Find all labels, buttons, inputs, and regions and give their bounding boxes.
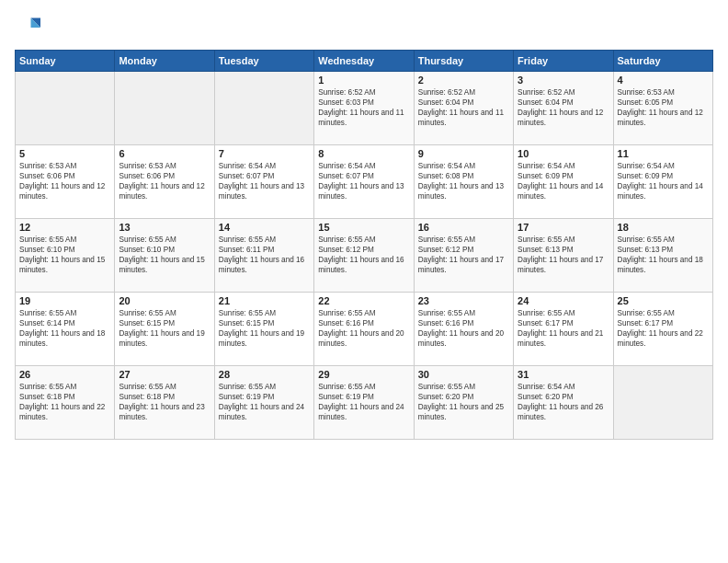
weekday-header: Wednesday: [314, 51, 414, 72]
calendar-cell: 27 Sunrise: 6:55 AMSunset: 6:18 PMDaylig…: [115, 366, 214, 440]
calendar-cell: 17 Sunrise: 6:55 AMSunset: 6:13 PMDaylig…: [514, 219, 613, 293]
logo-icon: [15, 15, 40, 40]
calendar-week-row: 1 Sunrise: 6:52 AMSunset: 6:03 PMDayligh…: [16, 72, 713, 145]
calendar-cell: 2 Sunrise: 6:52 AMSunset: 6:04 PMDayligh…: [414, 72, 513, 145]
calendar-week-row: 26 Sunrise: 6:55 AMSunset: 6:18 PMDaylig…: [16, 366, 713, 440]
calendar-cell: [613, 366, 712, 440]
calendar-cell: 15 Sunrise: 6:55 AMSunset: 6:12 PMDaylig…: [314, 219, 414, 293]
day-number: 13: [119, 222, 210, 233]
day-number: 1: [318, 75, 409, 86]
day-number: 16: [418, 222, 509, 233]
calendar-cell: 18 Sunrise: 6:55 AMSunset: 6:13 PMDaylig…: [613, 219, 712, 293]
page: SundayMondayTuesdayWednesdayThursdayFrid…: [0, 0, 728, 563]
calendar-cell: 24 Sunrise: 6:55 AMSunset: 6:17 PMDaylig…: [514, 293, 613, 366]
calendar-cell: 29 Sunrise: 6:55 AMSunset: 6:19 PMDaylig…: [314, 366, 414, 440]
calendar-cell: 19 Sunrise: 6:55 AMSunset: 6:14 PMDaylig…: [16, 293, 115, 366]
cell-text: Sunrise: 6:55 AMSunset: 6:19 PMDaylight:…: [219, 383, 304, 421]
day-number: 20: [119, 295, 210, 306]
day-number: 22: [318, 295, 409, 306]
day-number: 4: [618, 75, 709, 86]
weekday-header: Saturday: [613, 51, 712, 72]
cell-text: Sunrise: 6:55 AMSunset: 6:15 PMDaylight:…: [119, 309, 204, 348]
cell-text: Sunrise: 6:55 AMSunset: 6:12 PMDaylight:…: [318, 236, 404, 274]
cell-text: Sunrise: 6:55 AMSunset: 6:10 PMDaylight:…: [119, 236, 204, 274]
calendar-cell: 8 Sunrise: 6:54 AMSunset: 6:07 PMDayligh…: [314, 145, 414, 219]
calendar-cell: 14 Sunrise: 6:55 AMSunset: 6:11 PMDaylig…: [214, 219, 313, 293]
day-number: 18: [618, 222, 709, 233]
day-number: 19: [19, 295, 110, 306]
cell-text: Sunrise: 6:53 AMSunset: 6:05 PMDaylight:…: [618, 88, 703, 127]
calendar-table: SundayMondayTuesdayWednesdayThursdayFrid…: [15, 50, 713, 440]
calendar-cell: [214, 72, 313, 145]
weekday-header: Monday: [115, 51, 214, 72]
day-number: 11: [618, 148, 709, 159]
calendar-cell: 3 Sunrise: 6:52 AMSunset: 6:04 PMDayligh…: [514, 72, 613, 145]
calendar-body: 1 Sunrise: 6:52 AMSunset: 6:03 PMDayligh…: [16, 72, 713, 440]
day-number: 30: [418, 369, 509, 380]
day-number: 31: [518, 369, 609, 380]
cell-text: Sunrise: 6:55 AMSunset: 6:16 PMDaylight:…: [318, 309, 404, 348]
calendar-cell: 30 Sunrise: 6:55 AMSunset: 6:20 PMDaylig…: [414, 366, 513, 440]
calendar-cell: 22 Sunrise: 6:55 AMSunset: 6:16 PMDaylig…: [314, 293, 414, 366]
cell-text: Sunrise: 6:55 AMSunset: 6:15 PMDaylight:…: [219, 309, 304, 348]
calendar-cell: 26 Sunrise: 6:55 AMSunset: 6:18 PMDaylig…: [16, 366, 115, 440]
calendar-cell: 31 Sunrise: 6:54 AMSunset: 6:20 PMDaylig…: [514, 366, 613, 440]
cell-text: Sunrise: 6:55 AMSunset: 6:13 PMDaylight:…: [618, 236, 703, 274]
day-number: 6: [119, 148, 210, 159]
weekday-header: Friday: [514, 51, 613, 72]
calendar-header: SundayMondayTuesdayWednesdayThursdayFrid…: [16, 51, 713, 72]
calendar-cell: 13 Sunrise: 6:55 AMSunset: 6:10 PMDaylig…: [115, 219, 214, 293]
calendar-cell: 11 Sunrise: 6:54 AMSunset: 6:09 PMDaylig…: [613, 145, 712, 219]
cell-text: Sunrise: 6:55 AMSunset: 6:16 PMDaylight:…: [418, 309, 504, 348]
day-number: 14: [219, 222, 310, 233]
calendar-cell: 10 Sunrise: 6:54 AMSunset: 6:09 PMDaylig…: [514, 145, 613, 219]
calendar-cell: 7 Sunrise: 6:54 AMSunset: 6:07 PMDayligh…: [214, 145, 313, 219]
calendar-cell: 5 Sunrise: 6:53 AMSunset: 6:06 PMDayligh…: [16, 145, 115, 219]
cell-text: Sunrise: 6:53 AMSunset: 6:06 PMDaylight:…: [19, 162, 105, 201]
day-number: 8: [318, 148, 409, 159]
day-number: 24: [518, 295, 609, 306]
day-number: 25: [618, 295, 709, 306]
day-number: 27: [119, 369, 210, 380]
calendar-cell: 9 Sunrise: 6:54 AMSunset: 6:08 PMDayligh…: [414, 145, 513, 219]
day-number: 29: [318, 369, 409, 380]
calendar-cell: 20 Sunrise: 6:55 AMSunset: 6:15 PMDaylig…: [115, 293, 214, 366]
cell-text: Sunrise: 6:52 AMSunset: 6:04 PMDaylight:…: [518, 88, 603, 127]
weekday-row: SundayMondayTuesdayWednesdayThursdayFrid…: [16, 51, 713, 72]
cell-text: Sunrise: 6:54 AMSunset: 6:09 PMDaylight:…: [518, 162, 603, 201]
cell-text: Sunrise: 6:55 AMSunset: 6:14 PMDaylight:…: [19, 309, 105, 348]
calendar-cell: [115, 72, 214, 145]
cell-text: Sunrise: 6:53 AMSunset: 6:06 PMDaylight:…: [119, 162, 204, 201]
calendar-cell: 25 Sunrise: 6:55 AMSunset: 6:17 PMDaylig…: [613, 293, 712, 366]
calendar-week-row: 19 Sunrise: 6:55 AMSunset: 6:14 PMDaylig…: [16, 293, 713, 366]
calendar-cell: 4 Sunrise: 6:53 AMSunset: 6:05 PMDayligh…: [613, 72, 712, 145]
calendar-cell: [16, 72, 115, 145]
cell-text: Sunrise: 6:54 AMSunset: 6:20 PMDaylight:…: [518, 383, 603, 421]
cell-text: Sunrise: 6:55 AMSunset: 6:19 PMDaylight:…: [318, 383, 404, 421]
calendar-week-row: 5 Sunrise: 6:53 AMSunset: 6:06 PMDayligh…: [16, 145, 713, 219]
cell-text: Sunrise: 6:55 AMSunset: 6:12 PMDaylight:…: [418, 236, 504, 274]
cell-text: Sunrise: 6:52 AMSunset: 6:04 PMDaylight:…: [418, 88, 504, 127]
day-number: 2: [418, 75, 509, 86]
header: [15, 15, 713, 40]
day-number: 3: [518, 75, 609, 86]
day-number: 15: [318, 222, 409, 233]
cell-text: Sunrise: 6:54 AMSunset: 6:08 PMDaylight:…: [418, 162, 504, 201]
weekday-header: Sunday: [16, 51, 115, 72]
calendar-cell: 6 Sunrise: 6:53 AMSunset: 6:06 PMDayligh…: [115, 145, 214, 219]
day-number: 28: [219, 369, 310, 380]
day-number: 21: [219, 295, 310, 306]
day-number: 12: [19, 222, 110, 233]
cell-text: Sunrise: 6:55 AMSunset: 6:17 PMDaylight:…: [618, 309, 703, 348]
calendar-cell: 12 Sunrise: 6:55 AMSunset: 6:10 PMDaylig…: [16, 219, 115, 293]
calendar-cell: 28 Sunrise: 6:55 AMSunset: 6:19 PMDaylig…: [214, 366, 313, 440]
calendar-cell: 21 Sunrise: 6:55 AMSunset: 6:15 PMDaylig…: [214, 293, 313, 366]
day-number: 7: [219, 148, 310, 159]
cell-text: Sunrise: 6:52 AMSunset: 6:03 PMDaylight:…: [318, 88, 404, 127]
cell-text: Sunrise: 6:55 AMSunset: 6:10 PMDaylight:…: [19, 236, 105, 274]
weekday-header: Thursday: [414, 51, 513, 72]
cell-text: Sunrise: 6:55 AMSunset: 6:13 PMDaylight:…: [518, 236, 603, 274]
cell-text: Sunrise: 6:54 AMSunset: 6:09 PMDaylight:…: [618, 162, 703, 201]
cell-text: Sunrise: 6:54 AMSunset: 6:07 PMDaylight:…: [318, 162, 404, 201]
cell-text: Sunrise: 6:55 AMSunset: 6:18 PMDaylight:…: [119, 383, 204, 421]
